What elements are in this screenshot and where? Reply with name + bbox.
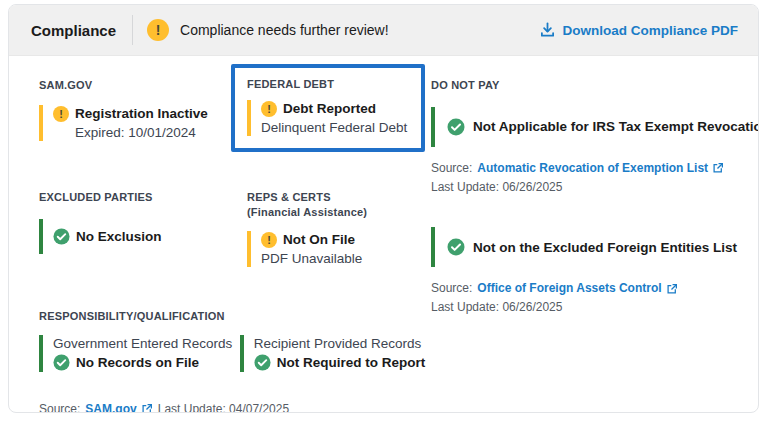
recipient-provided-records-block: Recipient Provided Records Not Required …	[240, 335, 426, 372]
warning-icon: !	[261, 101, 277, 117]
page-title: Compliance	[31, 22, 116, 39]
header-divider	[132, 15, 133, 45]
warning-icon: !	[147, 19, 169, 41]
federal-debt-highlight-box[interactable]: FEDERAL DEBT ! Debt Reported Delinquent …	[231, 64, 425, 152]
check-icon	[254, 354, 271, 371]
reps-certs-status-block: ! Not On File PDF Unavailable	[247, 231, 425, 267]
irs-revocation-source: Source: Automatic Revocation of Exemptio…	[431, 159, 759, 197]
section-label: DO NOT PAY	[431, 78, 759, 93]
federal-debt-status-block: ! Debt Reported Delinquent Federal Debt	[247, 100, 407, 136]
external-link-icon	[712, 162, 724, 174]
section-label: EXCLUDED PARTIES	[39, 190, 231, 205]
foreign-entities-status-block: Not on the Excluded Foreign Entities Lis…	[431, 227, 759, 267]
irs-revocation-status-block: Not Applicable for IRS Tax Exempt Revoca…	[431, 107, 759, 147]
external-link-icon	[141, 403, 153, 413]
do-not-pay-section: DO NOT PAY Not Applicable for IRS Tax Ex…	[415, 56, 759, 413]
foreign-entities-source: Source: Office of Foreign Assets Control…	[431, 279, 759, 317]
check-icon	[447, 238, 465, 256]
sam-gov-status-block: ! Registration Inactive Expired: 10/01/2…	[39, 105, 231, 141]
section-label: FEDERAL DEBT	[247, 77, 407, 92]
responsibility-section: RESPONSIBILITY/QUALIFICATION Government …	[39, 309, 425, 373]
excluded-parties-status-block: No Exclusion	[39, 219, 231, 254]
warning-icon: !	[261, 232, 277, 248]
section-label: RESPONSIBILITY/QUALIFICATION	[39, 309, 425, 324]
sam-gov-source-link[interactable]: SAM.gov	[85, 402, 152, 413]
check-icon	[447, 118, 465, 136]
reps-certs-section: REPS & CERTS (Financial Assistance) ! No…	[231, 190, 425, 267]
alert-message: Compliance needs further review!	[180, 22, 389, 38]
compliance-card: Compliance ! Compliance needs further re…	[8, 4, 759, 413]
government-entered-records-block: Government Entered Records No Records on…	[39, 335, 240, 372]
automatic-revocation-link[interactable]: Automatic Revocation of Exemption List	[477, 159, 724, 178]
federal-debt-section[interactable]: FEDERAL DEBT ! Debt Reported Delinquent …	[231, 64, 425, 152]
left-pane: SAM.GOV ! Registration Inactive Expired:…	[9, 56, 415, 413]
ofac-link[interactable]: Office of Foreign Assets Control	[477, 279, 677, 298]
section-sublabel: (Financial Assistance)	[247, 205, 425, 220]
download-icon	[540, 22, 555, 38]
check-icon	[53, 228, 70, 245]
section-label: SAM.GOV	[39, 78, 231, 93]
excluded-parties-section: EXCLUDED PARTIES No Exclusion	[39, 190, 231, 267]
section-label: REPS & CERTS	[247, 190, 425, 205]
check-icon	[53, 354, 70, 371]
warning-icon: !	[53, 106, 69, 122]
card-header: Compliance ! Compliance needs further re…	[9, 5, 758, 56]
sam-source-line: Source: SAM.gov Last Update: 04/07/2025	[39, 402, 415, 413]
sam-gov-section: SAM.GOV ! Registration Inactive Expired:…	[39, 64, 231, 152]
external-link-icon	[666, 283, 678, 295]
download-compliance-pdf-link[interactable]: Download Compliance PDF	[540, 22, 738, 38]
